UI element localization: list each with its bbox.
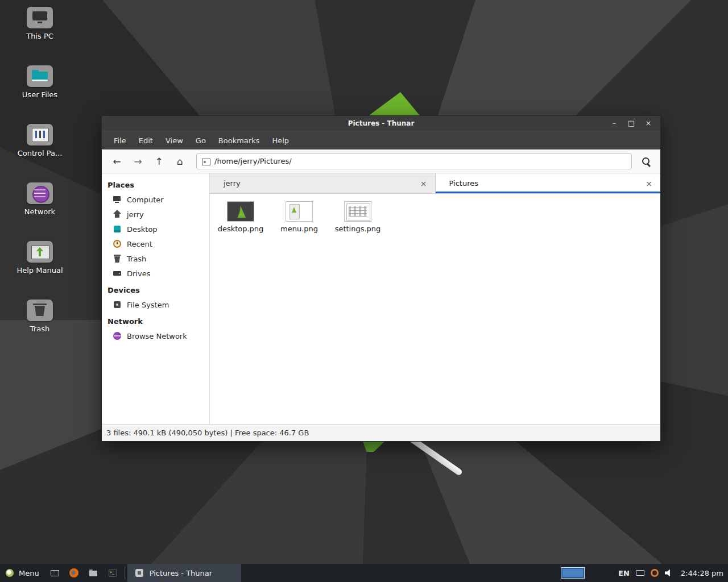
show-desktop-icon — [49, 568, 60, 578]
tab-label: Pictures — [449, 179, 644, 188]
computer-icon — [27, 7, 53, 28]
terminal-icon — [107, 568, 118, 578]
desktop-icon-label: This PC — [26, 32, 53, 40]
desktop-icon-user-files[interactable]: User Files — [0, 65, 80, 99]
trash-icon — [113, 254, 122, 263]
language-indicator[interactable]: EN — [618, 569, 630, 577]
sidebar-section-places: Places — [102, 176, 209, 192]
file-system-icon — [113, 300, 122, 309]
desktop-icon-label: Trash — [30, 325, 49, 333]
volume-icon[interactable] — [665, 569, 673, 577]
up-button[interactable]: ↑ — [148, 152, 169, 171]
maximize-button[interactable]: □ — [623, 116, 640, 131]
workspace-switcher[interactable] — [561, 567, 585, 579]
sidebar-item-drives[interactable]: Drives — [102, 266, 209, 281]
notification-ring-icon[interactable] — [651, 569, 659, 577]
desktop-icon-label: Control Pa... — [18, 149, 63, 157]
file-name: menu.png — [280, 225, 318, 233]
tab-label: jerry — [224, 179, 418, 188]
file-view[interactable]: desktop.png menu.png settings.png — [210, 194, 660, 424]
window-body: Places Computer jerry Desktop Recent — [102, 173, 660, 424]
firefox-icon — [69, 568, 79, 578]
clock-icon — [113, 239, 122, 248]
close-button[interactable]: × — [640, 116, 657, 131]
folder-icon — [27, 65, 53, 87]
sidebar-item-label: Trash — [127, 255, 146, 263]
computer-icon — [113, 195, 122, 204]
menu-bookmarks[interactable]: Bookmarks — [212, 131, 266, 149]
taskbar-task-pictures-thunar[interactable]: Pictures - Thunar — [127, 564, 241, 582]
terminal-launcher[interactable] — [103, 564, 122, 582]
file-settings-png[interactable]: settings.png — [330, 201, 385, 233]
toolbar: ← → ↑ ⌂ /home/jerry/Pictures/ — [102, 149, 660, 173]
thunar-window: Pictures - Thunar – □ × File Edit View G… — [101, 115, 661, 442]
image-thumbnail — [227, 201, 254, 222]
sidebar-item-label: Desktop — [127, 225, 158, 234]
image-location-icon — [201, 157, 210, 166]
tab-jerry[interactable]: jerry × — [210, 173, 436, 193]
menu-edit[interactable]: Edit — [133, 131, 159, 149]
back-button[interactable]: ← — [106, 152, 127, 171]
drive-icon — [113, 269, 122, 278]
desktop-icon-label: Help Manual — [16, 266, 63, 275]
menu-file[interactable]: File — [107, 131, 133, 149]
tab-pictures[interactable]: Pictures × — [436, 173, 661, 193]
sidebar-item-label: Drives — [127, 269, 150, 278]
clock[interactable]: 2:44:28 pm — [681, 569, 723, 577]
desktop-icon-trash[interactable]: Trash — [0, 300, 80, 333]
desktop-icon-label: User Files — [22, 90, 57, 99]
desktop-icon-network[interactable]: Network — [0, 182, 80, 216]
sidebar-item-desktop[interactable]: Desktop — [102, 222, 209, 236]
desktop-icon-control-panel[interactable]: Control Pa... — [0, 124, 80, 157]
sidebar-item-trash[interactable]: Trash — [102, 251, 209, 266]
path-bar[interactable]: /home/jerry/Pictures/ — [196, 153, 632, 169]
sidebar-section-network: Network — [102, 312, 209, 329]
file-menu-png[interactable]: menu.png — [272, 201, 326, 233]
sidebar-item-label: Browse Network — [127, 332, 187, 340]
thunar-icon — [134, 568, 144, 578]
sidebar-item-browse-network[interactable]: Browse Network — [102, 329, 209, 343]
trash-icon — [27, 300, 53, 321]
minimize-button[interactable]: – — [606, 116, 623, 131]
sidebar-item-label: Recent — [127, 240, 152, 248]
file-manager-launcher[interactable] — [84, 564, 103, 582]
desktop-icon-label: Network — [24, 207, 55, 216]
main-pane: jerry × Pictures × desktop.png — [210, 173, 660, 424]
sidebar-item-jerry[interactable]: jerry — [102, 207, 209, 222]
image-thumbnail — [344, 201, 371, 222]
system-tray: EN 2:44:28 pm — [561, 567, 728, 579]
window-titlebar[interactable]: Pictures - Thunar – □ × — [102, 116, 660, 131]
status-text: 3 files: 490.1 kB (490,050 bytes) | Free… — [106, 429, 309, 437]
task-button-label: Pictures - Thunar — [150, 569, 212, 577]
sidebar-item-file-system[interactable]: File System — [102, 297, 209, 312]
forward-button[interactable]: → — [127, 152, 148, 171]
desktop-icon-this-pc[interactable]: This PC — [0, 7, 80, 40]
menu-button[interactable]: Menu — [0, 564, 45, 582]
tab-close-icon[interactable]: × — [418, 179, 429, 188]
file-name: desktop.png — [218, 225, 264, 233]
show-desktop-button[interactable] — [45, 564, 64, 582]
menu-logo-icon — [5, 568, 15, 578]
menu-help[interactable]: Help — [266, 131, 295, 149]
network-globe-icon — [113, 331, 122, 340]
tab-close-icon[interactable]: × — [643, 179, 655, 188]
file-name: settings.png — [335, 225, 381, 233]
control-panel-icon — [27, 124, 53, 146]
sidebar-item-label: Computer — [127, 196, 164, 204]
menu-go[interactable]: Go — [189, 131, 212, 149]
sidebar-item-recent[interactable]: Recent — [102, 236, 209, 251]
sidebar: Places Computer jerry Desktop Recent — [102, 173, 210, 424]
home-button[interactable]: ⌂ — [169, 152, 191, 171]
menu-bar: File Edit View Go Bookmarks Help — [102, 131, 660, 149]
firefox-launcher[interactable] — [64, 564, 84, 582]
current-path: /home/jerry/Pictures/ — [214, 157, 292, 165]
image-thumbnail — [286, 201, 313, 222]
sidebar-item-label: jerry — [127, 210, 144, 219]
file-desktop-png[interactable]: desktop.png — [213, 201, 268, 233]
search-button[interactable] — [636, 152, 656, 171]
keyboard-layout-icon[interactable] — [636, 570, 644, 576]
sidebar-item-computer[interactable]: Computer — [102, 192, 209, 207]
desktop-icon-help-manual[interactable]: Help Manual — [0, 241, 80, 275]
menu-button-label: Menu — [19, 569, 39, 577]
menu-view[interactable]: View — [159, 131, 189, 149]
